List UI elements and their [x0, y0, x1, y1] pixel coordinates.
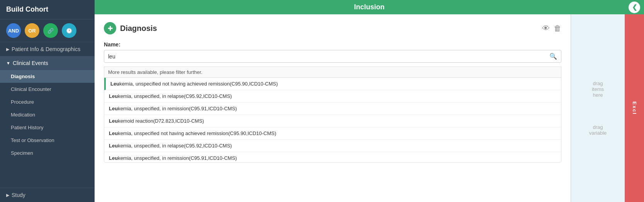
result-item-6[interactable]: Leukemia, unspecified, in relapse(C95.92…	[104, 140, 561, 152]
result-suffix: kemia, unspecified, in remission(C95.91,…	[118, 155, 237, 161]
result-highlight: Leu	[110, 81, 119, 87]
chevron-down-icon: ▼	[6, 61, 10, 65]
result-suffix: kemia, unspecified not having achieved r…	[119, 81, 278, 87]
result-item-3[interactable]: Leukemia, unspecified, in remission(C95.…	[104, 103, 561, 115]
and-button[interactable]: AND	[6, 23, 21, 38]
result-item-5[interactable]: Leukemia, unspecified not having achieve…	[104, 127, 561, 140]
diagnosis-title: Diagnosis	[120, 24, 157, 33]
right-panel: drag items here drag variable	[571, 14, 625, 202]
diagnosis-icon: ✚	[104, 22, 116, 34]
result-suffix: kemia, unspecified, in relapse(C95.92,IC…	[118, 143, 232, 149]
sidebar-section-label: Study	[12, 192, 25, 198]
diagnosis-actions: 👁 🗑	[542, 24, 561, 33]
result-suffix: kemia, unspecified, in remission(C95.91,…	[118, 106, 237, 111]
sidebar-item-patient-info[interactable]: ▶ Patient Info & Demographics	[0, 42, 95, 56]
result-highlight: Leu	[109, 155, 118, 161]
top-bar-label: Inclusion	[354, 3, 385, 11]
diagnosis-panel: ✚ Diagnosis 👁 🗑 Name: 🔍	[95, 14, 571, 202]
excl-tab[interactable]: Excl	[625, 14, 644, 202]
back-button[interactable]: ❮	[629, 2, 640, 13]
diagnosis-title-left: ✚ Diagnosis	[104, 22, 157, 34]
delete-button[interactable]: 🗑	[554, 24, 561, 33]
content-area: ✚ Diagnosis 👁 🗑 Name: 🔍	[95, 14, 644, 202]
name-input-container: 🔍	[104, 50, 561, 63]
result-item-4[interactable]: Leukemoid reaction(D72.823,ICD10-CMS)	[104, 115, 561, 127]
search-icon: 🔍	[549, 53, 557, 60]
result-highlight: Leu	[109, 118, 118, 124]
link-button[interactable]: 🔗	[43, 23, 58, 38]
sidebar-item-study[interactable]: ▶ Study	[0, 188, 95, 202]
clock-button[interactable]: 🕐	[62, 23, 76, 38]
sidebar-item-clinical-events[interactable]: ▼ Clinical Events	[0, 56, 95, 70]
name-input[interactable]	[108, 53, 549, 60]
top-bar: Inclusion ❮	[95, 0, 644, 14]
name-label: Name:	[104, 41, 561, 48]
results-list: Leukemia, unspecified not having achieve…	[104, 77, 561, 163]
sidebar-section-label: Clinical Events	[13, 60, 48, 66]
drag-hint-top: drag items here	[592, 80, 604, 98]
sidebar-section-label: Patient Info & Demographics	[12, 46, 80, 52]
or-button[interactable]: OR	[25, 23, 39, 38]
eye-button[interactable]: 👁	[542, 24, 550, 33]
sidebar-item-patient-history[interactable]: Patient History	[0, 121, 95, 134]
sidebar-title: Build Cohort	[0, 0, 95, 19]
sidebar-item-medication[interactable]: Medication	[0, 108, 95, 121]
drag-hint-bottom: drag variable	[589, 124, 607, 136]
sidebar-item-test-observation[interactable]: Test or Observation	[0, 134, 95, 147]
diagnosis-title-row: ✚ Diagnosis 👁 🗑	[104, 22, 561, 34]
result-suffix: kemia, unspecified, in relapse(C95.92,IC…	[118, 93, 232, 99]
sidebar-item-diagnosis[interactable]: Diagnosis	[0, 70, 95, 83]
sidebar-toolbar: AND OR 🔗 🕐	[0, 19, 95, 42]
results-dropdown: Leukemia, unspecified not having achieve…	[104, 77, 561, 163]
result-highlight: Leu	[109, 93, 118, 99]
back-icon: ❮	[632, 3, 637, 11]
filter-message: More results available, please filter fu…	[104, 67, 561, 77]
diagnosis-icon-symbol: ✚	[108, 25, 113, 32]
sidebar-item-specimen[interactable]: Specimen	[0, 147, 95, 159]
trash-icon: 🗑	[554, 24, 561, 33]
result-item-7[interactable]: Leukemia, unspecified, in remission(C95.…	[104, 152, 561, 163]
sidebar-item-procedure[interactable]: Procedure	[0, 96, 95, 108]
eye-icon: 👁	[542, 24, 550, 33]
chevron-right-icon: ▶	[6, 193, 9, 198]
result-highlight: Leu	[109, 130, 118, 136]
chevron-right-icon: ▶	[6, 47, 9, 52]
result-suffix: kemoid reaction(D72.823,ICD10-CMS)	[118, 118, 204, 124]
main-area: Inclusion ❮ ✚ Diagnosis 👁	[95, 0, 644, 202]
result-highlight: Leu	[109, 143, 118, 149]
result-item-1[interactable]: Leukemia, unspecified not having achieve…	[104, 78, 561, 90]
sidebar-item-clinical-encounter[interactable]: Clinical Encounter	[0, 83, 95, 96]
result-highlight: Leu	[109, 106, 118, 111]
result-item-2[interactable]: Leukemia, unspecified, in relapse(C95.92…	[104, 90, 561, 103]
result-suffix: kemia, unspecified not having achieved r…	[118, 130, 276, 136]
sidebar: Build Cohort AND OR 🔗 🕐 ▶ Patient Info &…	[0, 0, 95, 202]
